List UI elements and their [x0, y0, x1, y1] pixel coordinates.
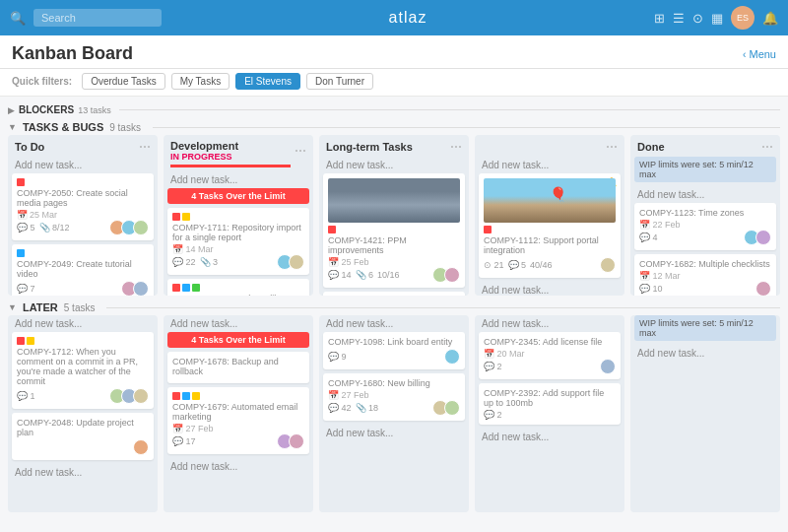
card-meta: ⊙ 21💬 540/46 — [484, 260, 553, 270]
card-compy-1098[interactable]: COMPY-1098: Link board entity 💬 9 — [323, 332, 465, 369]
filter-el-stevens[interactable]: El Stevens — [235, 73, 300, 90]
later-dev-add-bottom[interactable]: Add new task... — [167, 458, 309, 475]
av — [289, 433, 304, 449]
later-done-scroll[interactable]: WIP limits were set: 5 min/12 max Add ne… — [630, 315, 780, 512]
card-compy-1222[interactable]: COMPY-1222: Mashups library 2 New Commen… — [167, 279, 309, 296]
column-done-scroll[interactable]: WIP limits were set: 5 min/12 max Add ne… — [630, 157, 780, 296]
menu-link[interactable]: ‹ Menu — [743, 48, 776, 60]
later-todo-add[interactable]: Add new task... — [12, 315, 154, 332]
later-title: LATER — [23, 301, 58, 313]
card-compy-2392[interactable]: COMPY-2392: Add support file up to 100mb… — [479, 383, 621, 425]
card-avatars — [444, 349, 460, 365]
card-compy-1112[interactable]: 🔔 COMPY-1112: Support portal integration… — [479, 173, 621, 278]
card-id: COMPY-1421: PPM improvements — [328, 235, 460, 255]
card-id: COMPY-1222: Mashups library — [172, 294, 304, 296]
later-dev-add[interactable]: Add new task... — [167, 315, 309, 332]
later-todo-scroll[interactable]: Add new task... COMPY-1712: When you com… — [8, 315, 158, 512]
filter-my-tasks[interactable]: My Tasks — [171, 73, 230, 90]
card-footer: 💬 7 — [17, 281, 149, 296]
column-todo-header: To Do ⋯ — [8, 135, 158, 157]
card-id: COMPY-1098: Link board entity — [328, 337, 460, 347]
bell-notification-icon[interactable]: 🔔 — [762, 11, 778, 26]
column-dev-menu-icon[interactable]: ⋯ — [295, 144, 306, 158]
column-longterm-title: Long-term Tasks — [326, 141, 413, 153]
card-meta: 💬 5 📎 8/12 — [17, 223, 70, 233]
card-date: 📅 25 Mar — [17, 210, 149, 220]
column-todo: To Do ⋯ Add new task... COMPY-2050: Crea… — [8, 135, 158, 296]
avatar[interactable]: ES — [731, 6, 755, 30]
todo-add-task[interactable]: Add new task... — [12, 157, 154, 173]
card-compy-1682[interactable]: COMPY-1682: Multiple checklists 📅 12 Mar… — [634, 254, 776, 296]
flag-red — [172, 284, 180, 292]
later-column-longterm2: Add new task... COMPY-2345: Add license … — [475, 315, 624, 512]
tasks-bugs-chevron: ▼ — [8, 122, 17, 132]
swimlane-header-tasks-bugs[interactable]: ▶ BLOCKERS 13 tasks — [8, 102, 780, 119]
app-title: atlaz — [169, 9, 646, 27]
later-longterm2-add[interactable]: Add new task... — [479, 315, 621, 332]
later-dev-scroll[interactable]: Add new task... 4 Tasks Over the Limit C… — [164, 315, 313, 512]
av — [444, 400, 460, 416]
column-done-menu-icon[interactable]: ⋯ — [761, 140, 773, 154]
tasks-bugs-count: 9 tasks — [109, 122, 141, 133]
card-footer: 💬 1 — [17, 388, 149, 404]
card-compy-2050[interactable]: COMPY-2050: Create social media pages 📅 … — [12, 173, 154, 240]
card-compy-1678[interactable]: COMPY-1678: Backup and rollback — [167, 352, 309, 383]
later-longterm2-scroll[interactable]: Add new task... COMPY-2345: Add license … — [475, 315, 624, 512]
column-todo-menu-icon[interactable]: ⋯ — [139, 140, 151, 154]
later-longterm2-add-bottom[interactable]: Add new task... — [479, 429, 621, 445]
search-input[interactable] — [33, 9, 162, 27]
avatar-2 — [133, 281, 149, 296]
card-id: COMPY-1678: Backup and rollback — [172, 357, 304, 376]
card-avatars — [600, 359, 616, 374]
card-compy-2345[interactable]: COMPY-2345: Add license file 📅 20 Mar 💬 … — [479, 332, 621, 379]
column-longterm2-menu-icon[interactable]: ⋯ — [606, 140, 618, 154]
flag-blue — [182, 392, 190, 400]
card-id: COMPY-2050: Create social media pages — [17, 188, 149, 208]
card-id: COMPY-1679: Automated email marketing — [172, 402, 304, 422]
dev-add-task[interactable]: Add new task... — [167, 171, 309, 188]
card-compy-1421[interactable]: COMPY-1421: PPM improvements 📅 25 Feb 💬 … — [323, 173, 465, 288]
column-development: Development IN PROGRESS ⋯ Add new task..… — [164, 135, 313, 296]
done-add-task[interactable]: Add new task... — [634, 186, 776, 203]
swimlane-later-header[interactable]: ▼ LATER 5 tasks — [8, 299, 780, 315]
column-done: Done ⋯ WIP limits were set: 5 min/12 max… — [630, 135, 780, 296]
later-done-add[interactable]: Add new task... — [634, 345, 776, 362]
wip-banner: WIP limits were set: 5 min/12 max — [634, 157, 776, 182]
later-longterm-scroll[interactable]: Add new task... COMPY-1098: Link board e… — [319, 315, 469, 512]
card-compy-1679[interactable]: COMPY-1679: Automated email marketing 📅 … — [167, 387, 309, 454]
card-footer: 💬 9 — [328, 349, 460, 365]
card-compy-2048[interactable]: COMPY-2048: Update project plan — [12, 413, 154, 460]
column-longterm-scroll[interactable]: Add new task... COMPY-1421: PPM improvem… — [319, 157, 469, 296]
card-compy-1234[interactable]: COMPY-1234: Basic batch actions 💬 4 — [323, 292, 465, 296]
card-avatars — [755, 281, 771, 296]
card-compy-1123[interactable]: COMPY-1123: Time zones 📅 22 Feb 💬 4 — [634, 203, 776, 250]
list-icon[interactable]: ☰ — [673, 11, 685, 26]
filter-overdue[interactable]: Overdue Tasks — [82, 73, 165, 90]
column-longterm-menu-icon[interactable]: ⋯ — [450, 140, 462, 154]
github-icon[interactable]: ⊙ — [692, 11, 703, 26]
column-todo-scroll[interactable]: Add new task... COMPY-2050: Create socia… — [8, 157, 158, 296]
column-todo-title: To Do — [15, 141, 44, 153]
longterm2-add-task-bottom[interactable]: Add new task... — [479, 282, 621, 296]
column-longterm2-scroll[interactable]: Add new task... 🔔 COMPY-1112: Support po… — [475, 157, 624, 296]
column-dev-scroll[interactable]: Add new task... 4 Tasks Over the Limit C… — [164, 171, 313, 296]
filter-don-turner[interactable]: Don Turner — [306, 73, 373, 90]
attachment-count: 📎 8/12 — [39, 223, 70, 233]
later-longterm-add[interactable]: Add new task... — [323, 315, 465, 332]
card-id: COMPY-2048: Update project plan — [17, 418, 149, 437]
longterm-add-task[interactable]: Add new task... — [323, 157, 465, 173]
later-todo-add-bottom[interactable]: Add new task... — [12, 464, 154, 481]
avatar-3 — [133, 220, 149, 235]
card-compy-1680[interactable]: COMPY-1680: New billing 📅 27 Feb 💬 42📎 1… — [323, 373, 465, 421]
table-icon[interactable]: ▦ — [711, 11, 723, 26]
swimlane-subheader[interactable]: ▼ TASKS & BUGS 9 tasks — [8, 119, 780, 135]
card-footer: 💬 17 — [172, 433, 304, 449]
flag-red — [484, 226, 492, 233]
card-avatars — [744, 230, 771, 245]
card-compy-1711[interactable]: COMPY-1711: Repository import for a sing… — [167, 208, 309, 275]
card-compy-1712[interactable]: COMPY-1712: When you comment on a commit… — [12, 332, 154, 409]
card-compy-2049[interactable]: COMPY-2049: Create tutorial video 💬 7 — [12, 244, 154, 296]
later-longterm-add-bottom[interactable]: Add new task... — [323, 425, 465, 441]
grid-icon[interactable]: ⊞ — [654, 11, 665, 26]
longterm2-add-task[interactable]: Add new task... — [479, 157, 621, 173]
